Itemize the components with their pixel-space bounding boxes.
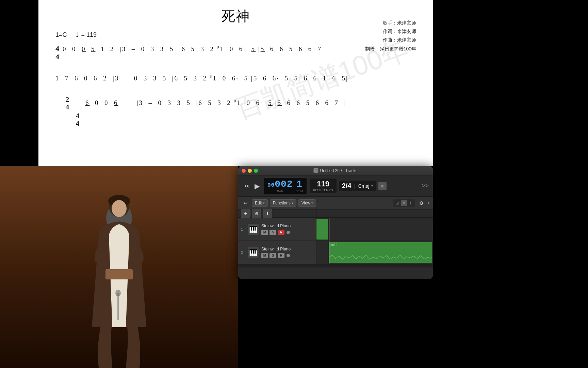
- track-info-2: Steinw...d Piano M S R: [261, 247, 313, 258]
- tempo-bpm: = 119: [81, 31, 97, 39]
- person-figure: [71, 191, 167, 368]
- edit-view-button[interactable]: ⊩: [408, 200, 414, 206]
- daw-title-text: Untitled 269 - Tracks: [320, 168, 357, 173]
- edit-chevron: ▾: [263, 201, 265, 205]
- tempo-display: 119 KEEP TEMPO: [310, 179, 336, 193]
- record-button-2[interactable]: R: [278, 253, 284, 258]
- svg-point-6: [115, 290, 121, 296]
- transport-bar: ⏮ ▶ 00002 BAR 1 BEAT 119 KEEP TEMPO 2/4: [238, 175, 433, 197]
- track-name-2: Steinw...d Piano: [261, 247, 313, 251]
- notation-row-2: 1 7 6 0 6 2 |3 – 0 3 3 5 |6 5 3 2 ♯1 0 6…: [55, 71, 416, 86]
- settings-button[interactable]: ⚙: [417, 199, 426, 207]
- traffic-lights: [242, 169, 258, 173]
- beat-display: 1 BEAT: [296, 179, 304, 193]
- notation-row-1: 44 0 0 0 5 1 2 |3 – 0 3 3 5 |6 5 3 2 ♯1 …: [55, 42, 416, 61]
- view-chevron: ▾: [311, 201, 313, 205]
- view-label: View: [301, 201, 310, 205]
- minimize-button[interactable]: [248, 169, 252, 173]
- track-icon-2: 🎹: [248, 247, 259, 258]
- record-button-1[interactable]: R: [278, 230, 284, 235]
- playhead-2: [329, 241, 329, 264]
- list-view-button[interactable]: ≡: [401, 200, 407, 206]
- add-track-download-button[interactable]: ⬇: [263, 209, 272, 218]
- track-name-1: Steinw...d Piano: [261, 224, 313, 228]
- midi-waveform: [329, 252, 432, 263]
- track-num-2: 2: [241, 250, 245, 255]
- view-button-group: ⊞ ≡ ⊩: [393, 199, 415, 207]
- music-notation: 44 0 0 0 5 1 2 |3 – 0 3 3 5 |6 5 3 2 ♯1 …: [55, 42, 416, 127]
- solo-button-2[interactable]: S: [270, 253, 276, 258]
- add-track-button[interactable]: +: [241, 209, 250, 218]
- transport-close-button[interactable]: ✕: [378, 182, 387, 190]
- functions-chevron: ▾: [292, 201, 293, 205]
- beat-value: 1: [296, 179, 303, 189]
- tempo-label: KEEP TEMPO: [313, 188, 333, 192]
- notation-row-3: 24 44 6 0 0 6 |3 – 0 3 3 5 |6 5 3 2 ♯1 0…: [55, 96, 416, 127]
- edit-label: Edit: [255, 201, 262, 205]
- mute-button-1[interactable]: M: [261, 230, 268, 235]
- time-sig-chevron[interactable]: ▾: [371, 184, 373, 188]
- black-right-top: [433, 0, 588, 166]
- undo-button[interactable]: ↩: [242, 199, 250, 207]
- tempo-line: 1=C ♩ = 119: [55, 31, 416, 39]
- grid-view-button[interactable]: ⊞: [394, 200, 401, 206]
- tempo-symbol: ♩: [76, 31, 79, 39]
- add-track-alt-button[interactable]: ⊕: [252, 209, 261, 218]
- edit-button[interactable]: Edit ▾: [252, 199, 268, 207]
- time-sig-value: 2/4: [342, 182, 352, 190]
- playhead: [329, 218, 329, 241]
- record-indicator-1: [287, 231, 290, 234]
- key-value: Cmaj: [358, 183, 370, 189]
- below-daw-black: [238, 279, 433, 368]
- row3-notes: 6 0 0 6 |3 – 0 3 3 5 |6 5 3 2 ♯1 0 6· 5 …: [85, 96, 346, 110]
- rewind-button[interactable]: ⏮: [242, 182, 250, 190]
- view-button[interactable]: View ▾: [298, 199, 316, 207]
- black-left-top: [0, 0, 38, 166]
- tempo-key: 1=C: [55, 31, 67, 39]
- track-info-1: Steinw...d Piano M S R: [261, 224, 313, 235]
- track-controls-2: M S R: [261, 253, 313, 258]
- track-lane-1[interactable]: [316, 218, 433, 241]
- close-button[interactable]: [242, 169, 246, 173]
- daw-window: 🎵 Untitled 269 - Tracks ⏮ ▶ 00002 BAR 1 …: [238, 166, 433, 279]
- sheet-content: 1=C ♩ = 119 44 0 0 0 5 1 2 |3 – 0 3 3 5 …: [52, 31, 420, 130]
- time-sig-2-4: 24: [55, 96, 80, 111]
- time-sig-dropdown[interactable]: 2/4: [342, 182, 352, 190]
- track-row-2: 2 🎹 Steinw...d Piano M S R :midi: [238, 241, 433, 264]
- transport-expand-button[interactable]: >>: [422, 182, 429, 189]
- tempo-value: 119: [313, 180, 333, 188]
- right-black-area: [433, 166, 588, 368]
- row2-notes: 1 7 6 0 6 2 |3 – 0 3 3 5 |6 5 3 2 ♯1 0 6…: [55, 71, 348, 86]
- position-display: 00002 BAR 1 BEAT: [264, 178, 307, 194]
- time-sig-4-4-2: 44: [76, 112, 80, 127]
- solo-button-1[interactable]: S: [270, 230, 276, 235]
- maximize-button[interactable]: [254, 169, 258, 173]
- time-sig-4-4: 44: [55, 45, 60, 61]
- midi-block-2[interactable]: :midi: [329, 242, 432, 263]
- meta-singer: 歌手：米津玄师: [365, 19, 416, 27]
- functions-label: Functions: [273, 201, 291, 205]
- play-button[interactable]: ▶: [253, 181, 261, 191]
- track-lane-2[interactable]: :midi: [316, 241, 433, 264]
- svg-rect-5: [117, 293, 119, 320]
- row3-notes-wrap: 6 0 0 6 |3 – 0 3 3 5 |6 5 3 2 ♯1 0 6· 5 …: [85, 96, 346, 110]
- svg-rect-4: [105, 269, 133, 279]
- sheet-title: 死神: [222, 7, 250, 26]
- midi-block-label: :midi: [329, 242, 432, 247]
- record-indicator-2: [287, 254, 290, 257]
- daw-title-icon: 🎵: [313, 168, 318, 173]
- track-icon-1: 🎹: [248, 224, 259, 235]
- settings-chevron[interactable]: ▾: [428, 201, 429, 205]
- svg-point-3: [112, 200, 127, 217]
- daw-scrollbar[interactable]: [238, 264, 433, 267]
- functions-button[interactable]: Functions ▾: [270, 199, 296, 207]
- midi-block-1-pre[interactable]: [316, 219, 328, 240]
- track-header-1: 1 🎹 Steinw...d Piano M S R: [238, 218, 316, 241]
- track-ruler: + ⊕ ⬇ 1 5 9: [238, 210, 433, 218]
- track-row-1: 1 🎹 Steinw...d Piano M S R: [238, 218, 433, 241]
- video-background: [0, 166, 238, 368]
- mute-button-2[interactable]: M: [261, 253, 268, 258]
- row1-notes: 0 0 0 5 1 2 |3 – 0 3 3 5 |6 5 3 2 ♯1 0 6…: [63, 42, 329, 56]
- video-area: [0, 166, 238, 368]
- daw-window-title: 🎵 Untitled 269 - Tracks: [313, 168, 357, 173]
